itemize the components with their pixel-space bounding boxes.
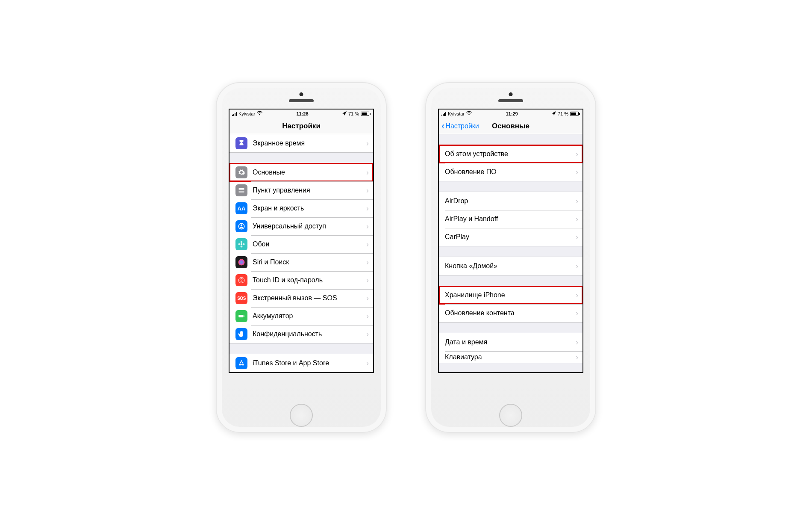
list-row[interactable]: Об этом устройстве› [439, 145, 583, 163]
list-group: Об этом устройстве›Обновление ПО› [439, 145, 583, 181]
row-label: Кнопка «Домой» [445, 262, 576, 270]
list-row[interactable]: Пункт управления› [229, 181, 373, 199]
chevron-right-icon: › [576, 233, 583, 242]
svg-point-8 [243, 243, 245, 246]
speaker-grill [498, 99, 523, 102]
carrier-label: Kyivstar [448, 111, 465, 116]
cellular-signal-icon [441, 112, 446, 116]
row-label: Обновление ПО [445, 168, 576, 176]
row-label: AirDrop [445, 197, 576, 205]
list-row[interactable]: Конфиденциальность› [229, 325, 373, 343]
list-row[interactable]: AirPlay и Handoff› [439, 210, 583, 228]
row-label: Универсальный доступ [253, 222, 366, 230]
home-button[interactable] [290, 404, 313, 427]
list-group: Хранилище iPhone›Обновление контента› [439, 286, 583, 323]
list-row[interactable]: AirDrop› [439, 192, 583, 210]
svg-rect-0 [238, 188, 244, 190]
chevron-right-icon: › [366, 276, 373, 285]
chevron-right-icon: › [366, 186, 373, 195]
list-row[interactable]: Touch ID и код-пароль› [229, 271, 373, 289]
row-label: iTunes Store и App Store [253, 359, 366, 367]
row-label: Экранное время [253, 139, 366, 147]
hourglass-icon [235, 137, 247, 149]
svg-rect-10 [238, 315, 243, 317]
hand-icon [235, 328, 247, 340]
chevron-right-icon: › [366, 294, 373, 303]
svg-point-7 [238, 243, 241, 246]
chevron-right-icon: › [366, 258, 373, 267]
battery-icon [235, 310, 247, 322]
list-row[interactable]: Хранилище iPhone› [439, 286, 583, 304]
row-label: Siri и Поиск [253, 258, 366, 266]
battery-icon [570, 112, 580, 116]
nav-back-label: Настройки [445, 122, 479, 130]
list-row[interactable]: Основные› [229, 163, 373, 181]
list-row[interactable]: Аккумулятор› [229, 307, 373, 325]
row-label: Пункт управления [253, 186, 366, 194]
carrier-label: Kyivstar [238, 111, 255, 116]
list-row[interactable]: Кнопка «Домой»› [439, 257, 583, 275]
chevron-right-icon: › [576, 353, 583, 362]
row-label: Основные [253, 169, 366, 176]
svg-point-9 [238, 259, 245, 266]
chevron-right-icon: › [576, 150, 583, 159]
row-label: CarPlay [445, 233, 576, 241]
flower-icon [235, 238, 247, 250]
location-icon [552, 111, 556, 116]
gear-icon [235, 166, 247, 178]
siri-icon [235, 256, 247, 268]
svg-rect-1 [238, 191, 244, 193]
wifi-icon [257, 111, 262, 116]
row-label: Конфиденциальность [253, 330, 366, 338]
home-button[interactable] [499, 404, 522, 427]
status-time: 11:29 [506, 111, 518, 116]
settings-list[interactable]: Экранное время›Основные›Пункт управления… [229, 134, 373, 372]
chevron-right-icon: › [576, 338, 583, 347]
list-row[interactable]: Обои› [229, 235, 373, 253]
chevron-right-icon: › [576, 262, 583, 271]
row-label: Обои [253, 240, 366, 248]
list-row[interactable]: CarPlay› [439, 228, 583, 246]
speaker-grill [289, 99, 314, 102]
list-row[interactable]: Дата и время› [439, 333, 583, 351]
list-group: iTunes Store и App Store› [229, 354, 373, 372]
list-row[interactable]: Универсальный доступ› [229, 217, 373, 235]
chevron-right-icon: › [366, 222, 373, 231]
chevron-right-icon: › [366, 330, 373, 339]
list-group: Кнопка «Домой»› [439, 257, 583, 275]
svg-rect-11 [244, 316, 244, 317]
list-row[interactable]: Клавиатура› [439, 351, 583, 363]
wifi-icon [466, 111, 472, 116]
list-row[interactable]: iTunes Store и App Store› [229, 354, 373, 372]
list-row[interactable]: Обновление контента› [439, 304, 583, 322]
front-camera [509, 92, 513, 96]
list-group: Дата и время›Клавиатура› [439, 333, 583, 363]
chevron-right-icon: › [576, 215, 583, 224]
general-list[interactable]: Об этом устройстве›Обновление ПО›AirDrop… [439, 134, 583, 372]
AA-icon: AA [235, 202, 247, 214]
row-label: Touch ID и код-пароль [253, 276, 366, 284]
front-camera [300, 92, 303, 96]
battery-icon [361, 112, 371, 116]
list-row[interactable]: AAЭкран и яркость› [229, 199, 373, 217]
row-label: Аккумулятор [253, 312, 366, 320]
phone-device-right: Kyivstar 11:29 71 % ‹ Настройки Основные… [425, 82, 596, 433]
chevron-right-icon: › [366, 168, 373, 177]
row-label: Экстренный вызов — SOS [253, 294, 366, 302]
svg-point-5 [241, 241, 243, 243]
SOS-icon: SOS [235, 292, 247, 304]
list-row[interactable]: Обновление ПО› [439, 163, 583, 181]
nav-bar: Настройки [229, 118, 373, 134]
nav-title: Настройки [282, 122, 321, 130]
chevron-left-icon: ‹ [441, 121, 444, 131]
nav-back-button[interactable]: ‹ Настройки [441, 118, 479, 134]
row-label: Об этом устройстве [445, 150, 576, 158]
row-label: Клавиатура [445, 353, 576, 361]
row-label: Обновление контента [445, 309, 576, 317]
list-row[interactable]: Siri и Поиск› [229, 253, 373, 271]
chevron-right-icon: › [366, 312, 373, 321]
battery-percent: 71 % [558, 111, 568, 116]
list-row[interactable]: SOSЭкстренный вызов — SOS› [229, 289, 373, 307]
list-row[interactable]: Экранное время› [229, 134, 373, 152]
list-group: AirDrop›AirPlay и Handoff›CarPlay› [439, 192, 583, 246]
